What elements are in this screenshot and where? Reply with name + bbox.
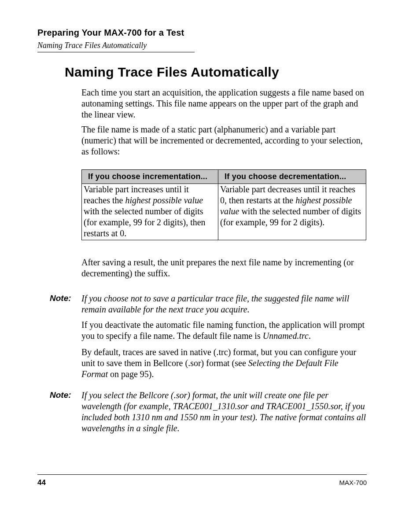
th-incrementation: If you choose incrementation... — [82, 170, 218, 184]
note-1: If you choose not to save a particular t… — [81, 293, 366, 315]
th-decrementation: If you choose decrementation... — [218, 170, 366, 184]
bydef-text-b: on page 95). — [108, 369, 154, 379]
inc-dec-table: If you choose incrementation... If you c… — [81, 169, 366, 240]
header-rule — [37, 52, 195, 52]
chapter-title: Preparing Your MAX-700 for a Test — [37, 27, 184, 38]
page-number: 44 — [37, 478, 46, 487]
table-header-row: If you choose incrementation... If you c… — [82, 170, 366, 184]
note-label: Note: — [50, 390, 76, 400]
deact-text-a: If you deactivate the automatic file nam… — [81, 320, 365, 341]
td-inc-italic: highest possible value — [125, 195, 203, 205]
note-label: Note: — [50, 293, 76, 304]
td-incrementation: Variable part increases until it reaches… — [82, 183, 218, 240]
td-decrementation: Variable part decreases until it reaches… — [218, 183, 366, 240]
table-row: Variable part increases until it reaches… — [82, 183, 366, 240]
deact-text-b: . — [309, 331, 311, 341]
paragraph-by-default: By default, traces are saved in native (… — [81, 347, 366, 380]
paragraph-filename: The file name is made of a static part (… — [81, 124, 366, 157]
page-title: Naming Trace Files Automatically — [65, 64, 279, 81]
paragraph-after-saving: After saving a result, the unit prepares… — [81, 257, 366, 279]
product-name: MAX-700 — [339, 479, 367, 487]
default-filename: Unnamed.trc — [263, 331, 309, 341]
paragraph-intro: Each time you start an acquisition, the … — [81, 87, 366, 120]
td-dec-text-b: with the selected number of digits (for … — [220, 206, 361, 227]
section-title: Naming Trace Files Automatically — [37, 40, 147, 51]
note-2: If you select the Bellcore (.sor) format… — [81, 390, 366, 434]
footer-rule — [37, 474, 367, 475]
paragraph-deactivate: If you deactivate the automatic file nam… — [81, 319, 366, 341]
document-page: Preparing Your MAX-700 for a Test Naming… — [0, 0, 420, 510]
td-inc-text-b: with the selected number of digits (for … — [84, 206, 206, 238]
